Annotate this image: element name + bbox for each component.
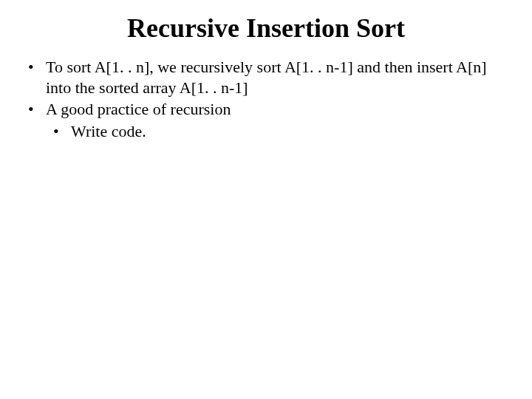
sub-bullet-list: Write code. <box>46 121 511 142</box>
slide: Recursive Insertion Sort To sort A[1. . … <box>0 0 532 399</box>
list-item: Write code. <box>53 121 511 142</box>
bullet-list: To sort A[1. . n], we recursively sort A… <box>21 57 511 141</box>
slide-title: Recursive Insertion Sort <box>21 13 511 44</box>
list-item: A good practice of recursion Write code. <box>28 99 511 141</box>
bullet-text: Write code. <box>71 122 146 140</box>
list-item: To sort A[1. . n], we recursively sort A… <box>28 57 511 98</box>
bullet-text: To sort A[1. . n], we recursively sort A… <box>46 58 487 97</box>
bullet-text: A good practice of recursion <box>46 100 231 118</box>
